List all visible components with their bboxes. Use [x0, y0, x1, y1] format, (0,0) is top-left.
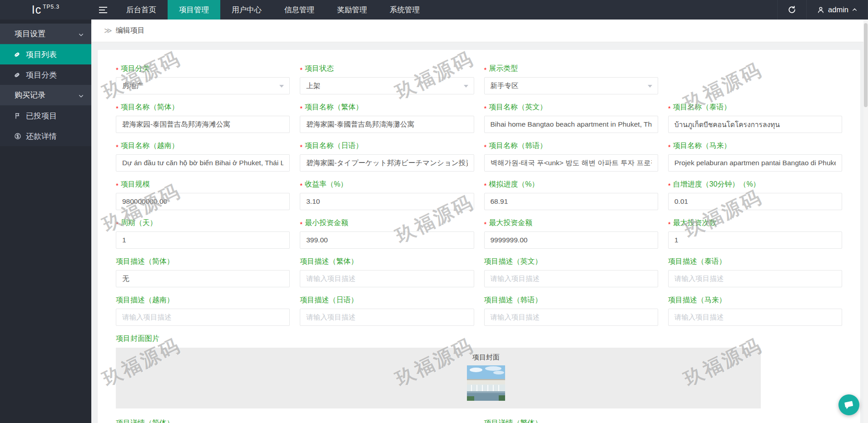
- desc-cn-input[interactable]: [116, 270, 290, 287]
- field-project-category: *项目分类 房地产: [116, 64, 290, 94]
- logo-text: Ic: [32, 3, 41, 16]
- tab-project-management[interactable]: 项目管理: [168, 0, 220, 20]
- min-invest-input[interactable]: [300, 231, 474, 249]
- tab-user-center[interactable]: 用户中心: [220, 0, 273, 20]
- sidebar: 项目设置 项目列表 项目分类 购买记录 已投项目 还款详情: [0, 20, 91, 423]
- field-desc-cn: 项目描述（简体）: [116, 257, 290, 287]
- required-asterisk: *: [484, 220, 487, 228]
- user-icon: [817, 6, 825, 14]
- cover-section: 项目封面图片 项目封面: [116, 334, 842, 408]
- auto-progress-input[interactable]: [668, 193, 842, 210]
- chevron-up-icon: [852, 7, 858, 13]
- name-th-input[interactable]: [668, 116, 842, 133]
- field-label: 自增进度（30分钟）（%）: [673, 180, 760, 189]
- field-label: 最小投资金额: [305, 218, 348, 228]
- display-type-select[interactable]: 新手专区: [484, 77, 658, 94]
- refresh-button[interactable]: [777, 0, 806, 20]
- chevron-down-icon: [78, 93, 84, 99]
- topbar: IcTP5.3 后台首页 项目管理 用户中心 信息管理 奖励管理 系统管理 ad…: [0, 0, 868, 20]
- sidebar-item-project-category[interactable]: 项目分类: [0, 64, 91, 85]
- sidebar-item-project-list[interactable]: 项目列表: [0, 44, 91, 64]
- tab-dashboard[interactable]: 后台首页: [115, 0, 168, 20]
- field-label: 项目描述（泰语）: [668, 257, 726, 266]
- field-label: 项目名称（韩语）: [489, 141, 547, 151]
- link-icon: [14, 51, 21, 58]
- field-label: 展示类型: [489, 64, 518, 74]
- admin-username: admin: [828, 5, 848, 14]
- money-circle-icon: [14, 133, 21, 140]
- name-kr-input[interactable]: [484, 154, 658, 172]
- required-asterisk: *: [668, 182, 671, 189]
- yield-rate-input[interactable]: [300, 193, 474, 210]
- project-status-select[interactable]: 上架: [300, 77, 474, 94]
- field-label: 周期（天）: [121, 218, 157, 228]
- link-icon: [14, 71, 21, 79]
- required-asterisk: *: [116, 220, 119, 228]
- tab-info-management[interactable]: 信息管理: [273, 0, 326, 20]
- field-label: 项目描述（马来）: [668, 295, 726, 305]
- project-scale-input[interactable]: [116, 193, 290, 210]
- detail-tw-label: 项目详情（繁体）: [484, 418, 658, 423]
- tab-reward-management[interactable]: 奖励管理: [326, 0, 378, 20]
- chevron-down-icon: [78, 32, 84, 38]
- field-name-vn: *项目名称（越南）: [116, 141, 290, 172]
- group-label: 购买记录: [15, 90, 45, 100]
- cover-upload-area: 项目封面: [116, 348, 761, 408]
- name-tw-input[interactable]: [300, 116, 474, 133]
- sim-progress-input[interactable]: [484, 193, 658, 210]
- period-days-input[interactable]: [116, 231, 290, 249]
- field-label: 项目描述（简体）: [116, 257, 174, 266]
- sidebar-item-repayment-details[interactable]: 还款详情: [0, 126, 91, 146]
- scrollbar-thumb[interactable]: [864, 23, 868, 107]
- admin-menu[interactable]: admin: [806, 0, 868, 20]
- desc-th-input[interactable]: [668, 270, 842, 287]
- field-name-cn: *项目名称（简体）: [116, 103, 290, 133]
- project-category-select[interactable]: 房地产: [116, 77, 290, 94]
- desc-my-input[interactable]: [668, 309, 842, 326]
- desc-kr-input[interactable]: [484, 309, 658, 326]
- field-label: 项目名称（简体）: [121, 103, 179, 112]
- sidebar-item-invested-projects[interactable]: 已投项目: [0, 105, 91, 126]
- field-label: 项目描述（英文）: [484, 257, 542, 266]
- content-area: *项目分类 房地产 *项目状态 上架 *展示类型 新手专区 *项目名称（简体） …: [91, 42, 868, 423]
- tab-system-management[interactable]: 系统管理: [378, 0, 431, 20]
- sidebar-toggle-button[interactable]: [91, 0, 115, 20]
- edit-project-form: *项目分类 房地产 *项目状态 上架 *展示类型 新手专区 *项目名称（简体） …: [98, 50, 860, 423]
- sidebar-item-label: 还款详情: [26, 131, 57, 142]
- field-period-days: *周期（天）: [116, 218, 290, 249]
- desc-vn-input[interactable]: [116, 309, 290, 326]
- desc-jp-input[interactable]: [300, 309, 474, 326]
- field-label: 项目状态: [305, 64, 334, 74]
- chat-button[interactable]: [838, 394, 859, 415]
- max-invest-times-input[interactable]: [668, 231, 842, 249]
- field-label: 项目名称（越南）: [121, 141, 179, 151]
- name-my-input[interactable]: [668, 154, 842, 172]
- field-label: 项目规模: [121, 180, 150, 189]
- name-jp-input[interactable]: [300, 154, 474, 172]
- name-en-input[interactable]: [484, 116, 658, 133]
- sidebar-group-project-settings[interactable]: 项目设置: [0, 24, 91, 44]
- field-name-th: *项目名称（泰语）: [668, 103, 842, 133]
- field-label: 模拟进度（%）: [489, 180, 539, 189]
- field-label: 最大投资金额: [489, 218, 532, 228]
- field-name-my: *项目名称（马来）: [668, 141, 842, 172]
- name-cn-input[interactable]: [116, 116, 290, 133]
- max-invest-input[interactable]: [484, 231, 658, 249]
- field-desc-en: 项目描述（英文）: [484, 257, 658, 287]
- name-vn-input[interactable]: [116, 154, 290, 172]
- cover-image-thumbnail[interactable]: [467, 365, 505, 401]
- field-label: 项目描述（越南）: [116, 295, 174, 305]
- required-asterisk: *: [668, 220, 671, 228]
- field-min-invest: *最小投资金额: [300, 218, 474, 249]
- field-max-invest: *最大投资金额: [484, 218, 658, 249]
- field-label: 项目名称（泰语）: [673, 103, 731, 112]
- desc-en-input[interactable]: [484, 270, 658, 287]
- sidebar-group-purchase-records[interactable]: 购买记录: [0, 85, 91, 105]
- field-label: 项目名称（英文）: [489, 103, 547, 112]
- required-asterisk: *: [484, 66, 487, 74]
- field-label: 项目分类: [121, 64, 150, 74]
- desc-tw-input[interactable]: [300, 270, 474, 287]
- chevron-down-icon: [279, 85, 284, 88]
- field-auto-progress: *自增进度（30分钟）（%）: [668, 180, 842, 210]
- field-label: 项目名称（马来）: [673, 141, 731, 151]
